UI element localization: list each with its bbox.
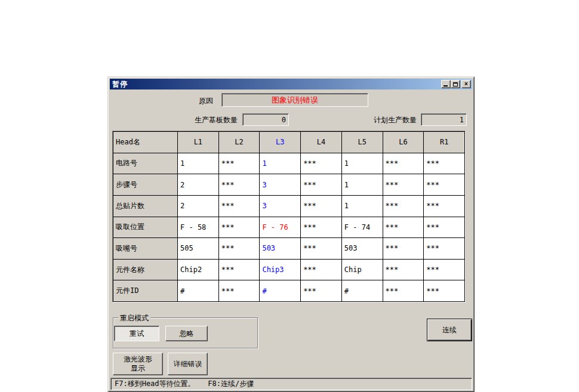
statusbar-text: F7:移到Head等待位置。 F8:连续/步骤 — [115, 379, 254, 389]
ignore-button[interactable]: 忽略 — [165, 326, 208, 341]
column-header: L3 — [260, 132, 301, 153]
detail-error-button[interactable]: 详细错误 — [168, 353, 208, 375]
table-cell: 3 — [260, 196, 301, 217]
table-cell: *** — [383, 260, 424, 281]
produced-count-label: 生产基板数量 — [187, 115, 238, 125]
table-cell: 1 — [342, 174, 383, 196]
pause-dialog: 暂停 × 原因 图象识别错误 生产基板数量 0 计划生产数量 1 Head名L1… — [107, 76, 475, 392]
table-cell: *** — [301, 153, 342, 175]
produced-count-field: 0 — [242, 113, 289, 126]
table-cell: *** — [383, 238, 424, 260]
table-cell: *** — [383, 217, 424, 239]
restart-mode-label: 重启模式 — [118, 313, 150, 323]
table-cell: *** — [219, 174, 260, 196]
reason-value: 图象识别错误 — [272, 95, 318, 106]
table-cell: *** — [383, 280, 424, 302]
row-header: 吸取位置 — [113, 217, 178, 239]
table-cell: *** — [301, 217, 342, 239]
retry-button[interactable]: 重试 — [114, 326, 159, 341]
statusbar: F7:移到Head等待位置。 F8:连续/步骤 — [110, 378, 472, 390]
table-cell: # — [178, 280, 219, 302]
table-cell: *** — [383, 174, 424, 196]
row-header: 电路号 — [113, 153, 178, 175]
table-cell: *** — [301, 196, 342, 217]
continue-button[interactable]: 连续 — [427, 319, 472, 341]
table-cell: *** — [424, 280, 465, 302]
column-header: L4 — [301, 132, 342, 153]
maximize-icon — [453, 82, 458, 87]
titlebar[interactable]: 暂停 × — [110, 79, 472, 89]
maximize-button[interactable] — [451, 80, 460, 88]
table-cell: *** — [383, 196, 424, 217]
table-cell: 1 — [260, 153, 301, 175]
table-corner-cell: Head名 — [113, 132, 178, 153]
laser-waveform-button[interactable]: 激光波形 显示 — [113, 353, 163, 375]
minimize-button[interactable] — [441, 80, 451, 88]
table-cell: 1 — [178, 153, 219, 175]
table-cell: F - 58 — [178, 217, 219, 239]
head-table-frame: Head名L1L2L3L4L5L6R1电路号1***1***1******步骤号… — [112, 131, 466, 303]
table-cell: *** — [219, 280, 260, 302]
table-cell: 3 — [260, 174, 301, 196]
table-cell: *** — [301, 238, 342, 260]
table-cell: *** — [219, 153, 260, 175]
titlebar-buttons: × — [441, 80, 471, 88]
table-cell: *** — [424, 174, 465, 196]
table-cell: *** — [301, 280, 342, 302]
table-cell: *** — [219, 238, 260, 260]
column-header: L5 — [342, 132, 383, 153]
table-cell: 505 — [178, 238, 219, 260]
table-cell: 503 — [260, 238, 301, 260]
table-cell: *** — [424, 217, 465, 239]
row-header: 元件名称 — [113, 260, 178, 281]
table-cell: Chip2 — [178, 260, 219, 281]
row-header: 总贴片数 — [113, 196, 178, 217]
table-cell: *** — [219, 196, 260, 217]
reason-field: 图象识别错误 — [221, 93, 368, 107]
table-cell: *** — [301, 260, 342, 281]
row-header: 吸嘴号 — [113, 238, 178, 260]
column-header: R1 — [424, 132, 465, 153]
table-cell: 503 — [342, 238, 383, 260]
table-cell: Chip — [342, 260, 383, 281]
table-cell: *** — [424, 196, 465, 217]
table-cell: F - 74 — [342, 217, 383, 239]
table-cell: 1 — [342, 153, 383, 175]
table-cell: # — [260, 280, 301, 302]
table-cell: *** — [301, 174, 342, 196]
row-header: 步骤号 — [113, 174, 178, 196]
column-header: L6 — [383, 132, 424, 153]
table-cell: *** — [219, 260, 260, 281]
close-icon: × — [464, 81, 468, 87]
table-cell: *** — [383, 153, 424, 175]
row-header: 元件ID — [113, 280, 178, 302]
table-cell: 2 — [178, 196, 219, 217]
table-cell: # — [342, 280, 383, 302]
column-header: L2 — [219, 132, 260, 153]
table-cell: *** — [219, 217, 260, 239]
table-cell: F - 76 — [260, 217, 301, 239]
planned-count-field: 1 — [421, 113, 467, 126]
table-cell: *** — [424, 238, 465, 260]
placement-table: Head名L1L2L3L4L5L6R1电路号1***1***1******步骤号… — [113, 131, 465, 302]
table-cell: *** — [424, 260, 465, 281]
planned-count-label: 计划生产数量 — [367, 115, 417, 125]
table-cell: Chip3 — [260, 260, 301, 281]
close-button[interactable]: × — [461, 80, 471, 88]
reason-label: 原因 — [199, 96, 213, 106]
column-header: L1 — [178, 132, 219, 153]
table-cell: 2 — [178, 174, 219, 196]
table-cell: *** — [424, 153, 465, 175]
minimize-icon — [444, 85, 448, 87]
window-title: 暂停 — [112, 79, 128, 89]
table-cell: 1 — [342, 196, 383, 217]
